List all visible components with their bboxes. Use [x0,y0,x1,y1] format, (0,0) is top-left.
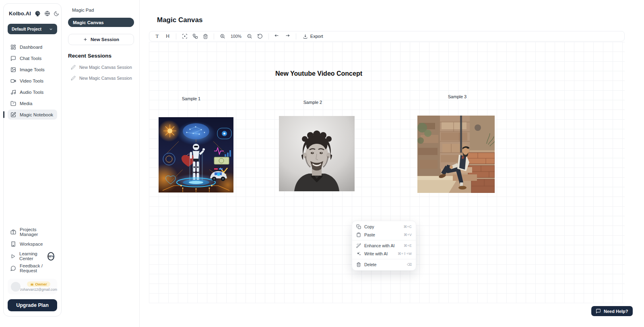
copy-icon [356,224,361,229]
download-icon [303,34,308,39]
canvas-title-text[interactable]: New Youtube Video Concept [275,70,362,77]
sidebar-item-workspace[interactable]: Workspace [8,238,57,250]
sample-2-label[interactable]: Sample 2 [303,100,322,105]
sidebar-item-learning-center[interactable]: Learning Center 66% [8,250,57,262]
play-icon [10,254,16,259]
paste-icon [356,232,361,237]
feedback-chat-icon [10,265,16,271]
text-tool-button[interactable]: T [153,32,161,40]
recent-session-item[interactable]: New Magic Canvas Session [68,76,134,81]
learning-progress-badge: 66% [47,252,54,261]
video-icon [10,78,16,84]
user-email: zoharvan12@gmail.com [20,288,57,292]
context-menu-item-copy[interactable]: Copy ⌘+C [352,223,416,231]
redo-button[interactable] [283,32,292,40]
session-panel: Magic Pad Magic Canvas New Session Recen… [63,0,140,327]
footer-item-label: Learning Center [19,251,43,261]
help-chat-icon [596,308,601,314]
shortcut-label: ⌘+⇧+W [398,252,412,256]
export-button[interactable]: Export [300,34,326,39]
sidebar-nav: Dashboard Chat Tools Image Tools Video T… [8,42,57,120]
nav-magic-canvas-selected[interactable]: Magic Canvas [68,18,134,27]
upgrade-plan-button[interactable]: Upgrade Plan [8,299,57,311]
zoom-out-button[interactable] [246,32,254,40]
brain-logo-icon [34,10,41,17]
zoom-level-value[interactable]: 100% [229,34,244,39]
context-menu-item-enhance-with-ai[interactable]: Enhance with AI ⌘+E [352,242,416,250]
context-menu-divider [352,259,416,259]
sample-3-label[interactable]: Sample 3 [448,94,466,99]
shortcut-label: ⌘+C [403,225,412,229]
sidebar-item-label: Chat Tools [20,56,41,61]
user-account-card[interactable]: Owner zoharvan12@gmail.com [8,279,57,294]
sample-2-image[interactable] [279,116,355,191]
sidebar-item-label: Image Tools [20,67,45,72]
audio-icon [10,89,16,95]
context-menu-divider [352,240,416,240]
magic-wand-icon [356,243,361,248]
shortcut-label: ⌘+E [404,244,412,248]
sidebar-item-dashboard[interactable]: Dashboard [8,42,57,52]
building-icon [10,241,16,247]
reset-view-button[interactable] [256,32,264,40]
trash-icon [356,262,361,267]
footer-item-label: Projects Manager [20,227,54,237]
toolbar-divider [268,33,269,39]
shortcut-label: ⌫ [407,263,412,267]
zoom-in-button[interactable] [218,32,227,40]
sidebar-item-audio-tools[interactable]: Audio Tools [8,87,57,97]
logo-text: Kolbo.AI [9,10,31,17]
language-globe-icon[interactable] [44,10,50,17]
sample-1-image[interactable] [159,117,233,192]
pencil-icon [71,65,76,70]
sidebar-item-chat-tools[interactable]: Chat Tools [8,53,57,63]
sidebar-item-projects-manager[interactable]: Projects Manager [8,226,57,238]
owner-badge: Owner [27,281,50,287]
canvas-toolbar: T H 100% Export [149,31,625,41]
sidebar-item-feedback[interactable]: Feedback / Request [8,263,57,274]
sidebar-item-media[interactable]: Media [8,98,57,108]
sidebar-item-image-tools[interactable]: Image Tools [8,64,57,75]
page-title: Magic Canvas [157,16,202,24]
sidebar-item-video-tools[interactable]: Video Tools [8,76,57,86]
dark-mode-moon-icon[interactable] [54,11,59,17]
nav-magic-pad[interactable]: Magic Pad [68,6,134,14]
briefcase-icon [10,229,16,235]
toolbar-divider [214,33,214,39]
recent-sessions-heading: Recent Sessions [68,53,134,59]
footer-item-label: Feedback / Request [20,263,54,273]
heading-tool-button[interactable]: H [163,32,172,40]
avatar [11,282,21,292]
footer-item-label: Workspace [20,242,43,246]
recent-session-item[interactable]: New Magic Canvas Session [68,65,134,70]
select-focus-tool-button[interactable] [180,32,189,40]
app-root: Kolbo.AI Default Project Dashboard [0,0,644,327]
project-selector-label: Default Project [12,27,41,31]
need-help-button[interactable]: Need Help? [591,306,633,316]
canvas-grid[interactable]: New Youtube Video Concept Sample 1 Sampl… [149,42,625,303]
toolbar-divider [296,33,296,39]
context-menu-item-write-with-ai[interactable]: Write with AI ⌘+⇧+W [352,250,416,258]
delete-tool-button[interactable] [201,32,210,40]
notebook-pen-icon [10,112,16,118]
image-icon [10,67,16,72]
context-menu-item-delete[interactable]: Delete ⌫ [352,261,416,269]
new-session-button[interactable]: New Session [68,34,134,45]
crown-icon [30,282,34,286]
sample-1-label[interactable]: Sample 1 [182,96,200,101]
sidebar-item-label: Audio Tools [20,90,43,95]
sidebar-item-label: Dashboard [20,45,42,50]
toolbar-divider [176,33,176,39]
logo-row: Kolbo.AI [8,10,57,17]
sidebar-item-magic-notebook[interactable]: Magic Notebook [8,110,57,120]
sidebar-footer: Projects Manager Workspace Learning Cent… [8,226,57,311]
undo-button[interactable] [273,32,281,40]
context-menu-item-paste[interactable]: Paste ⌘+V [352,231,416,239]
dashboard-icon [10,44,16,50]
sidebar-item-label: Magic Notebook [20,112,53,117]
connector-tool-button[interactable] [191,32,199,40]
sidebar-item-label: Media [20,101,32,106]
user-info: Owner zoharvan12@gmail.com [23,281,54,292]
project-selector[interactable]: Default Project [8,24,57,34]
sample-3-image[interactable] [417,116,495,193]
